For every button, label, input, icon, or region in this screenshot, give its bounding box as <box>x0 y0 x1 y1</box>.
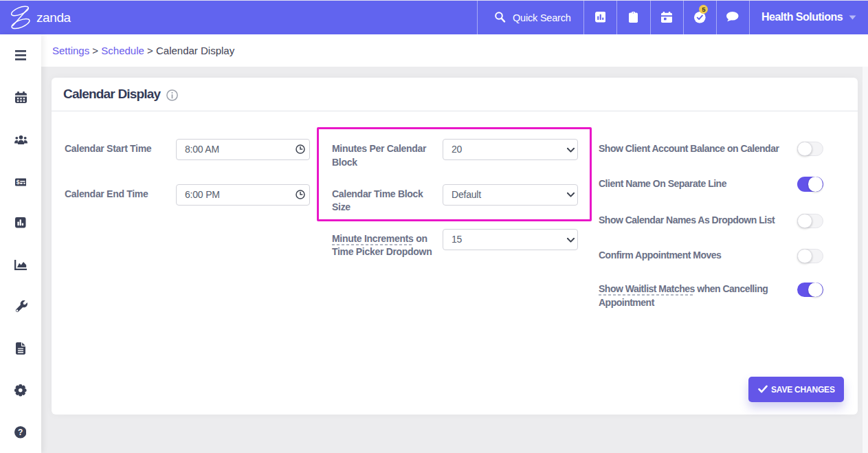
svg-text:$: $ <box>16 179 19 186</box>
svg-text:?: ? <box>18 428 23 437</box>
